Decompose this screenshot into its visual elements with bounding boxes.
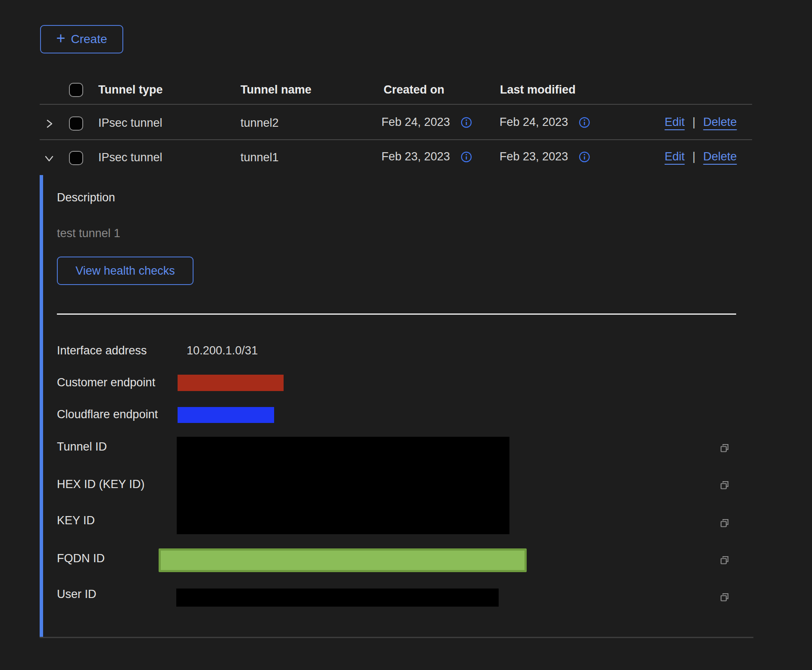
- delete-link[interactable]: Delete: [703, 116, 737, 129]
- column-header-tunnel-name: Tunnel name: [240, 83, 312, 97]
- last-modified-cell: Feb 23, 2023: [500, 150, 568, 163]
- copy-icon: [718, 517, 731, 530]
- tunnel-name-cell: tunnel1: [240, 151, 279, 164]
- tunnels-page: + Create Tunnel type Tunnel name Created…: [0, 0, 812, 670]
- section-divider: [57, 313, 736, 315]
- copy-icon: [718, 442, 731, 455]
- redaction-cloudflare-endpoint: [178, 407, 274, 423]
- view-health-checks-button[interactable]: View health checks: [57, 257, 194, 285]
- collapse-row-button[interactable]: [43, 152, 56, 165]
- copy-icon: [718, 554, 731, 567]
- last-modified-cell: Feb 24, 2023: [500, 116, 568, 129]
- field-label-interface-address: Interface address: [57, 344, 147, 357]
- expanded-accent-bar: [40, 175, 43, 637]
- info-icon: [578, 116, 590, 128]
- created-on-info-button[interactable]: [460, 116, 472, 128]
- expand-row-button[interactable]: [43, 117, 56, 130]
- row-checkbox[interactable]: [69, 116, 83, 131]
- edit-link[interactable]: Edit: [665, 150, 685, 163]
- copy-user-id-button[interactable]: [717, 590, 733, 606]
- header-divider: [40, 104, 752, 105]
- column-header-created-on: Created on: [384, 83, 444, 97]
- description-label: Description: [57, 191, 115, 204]
- field-label-key-id: KEY ID: [57, 514, 95, 527]
- field-label-user-id: User ID: [57, 588, 97, 601]
- created-on-cell: Feb 24, 2023: [381, 116, 450, 129]
- last-modified-info-button[interactable]: [578, 116, 590, 128]
- action-separator: |: [693, 150, 696, 163]
- field-value-interface-address: 10.200.1.0/31: [187, 344, 258, 357]
- redaction-fqdn-id: [159, 548, 527, 572]
- tunnel-name-cell: tunnel2: [240, 116, 279, 130]
- info-icon: [460, 116, 472, 128]
- redaction-customer-endpoint: [178, 375, 284, 391]
- tunnel-type-cell: IPsec tunnel: [98, 151, 162, 164]
- field-label-tunnel-id: Tunnel ID: [57, 440, 107, 454]
- column-header-tunnel-type: Tunnel type: [98, 83, 163, 97]
- copy-key-id-button[interactable]: [717, 516, 733, 532]
- copy-fqdn-id-button[interactable]: [717, 553, 733, 569]
- plus-icon: +: [56, 31, 65, 46]
- row-checkbox[interactable]: [69, 151, 83, 165]
- copy-icon: [718, 591, 731, 604]
- chevron-right-icon: [43, 117, 56, 130]
- table-bottom-divider: [40, 637, 753, 638]
- description-value: test tunnel 1: [57, 227, 120, 240]
- tunnel-type-cell: IPsec tunnel: [98, 116, 162, 130]
- field-label-fqdn-id: FQDN ID: [57, 552, 105, 565]
- last-modified-info-button[interactable]: [578, 151, 590, 163]
- created-on-cell: Feb 23, 2023: [381, 150, 450, 163]
- row-divider: [40, 139, 752, 140]
- delete-link[interactable]: Delete: [703, 150, 737, 163]
- field-label-customer-endpoint: Customer endpoint: [57, 376, 155, 389]
- redaction-user-id: [176, 589, 499, 607]
- info-icon: [578, 151, 590, 163]
- create-button[interactable]: + Create: [40, 25, 123, 53]
- column-header-last-modified: Last modified: [500, 83, 576, 97]
- created-on-info-button[interactable]: [460, 151, 472, 163]
- create-button-label: Create: [71, 32, 107, 46]
- copy-tunnel-id-button[interactable]: [717, 441, 733, 457]
- select-all-checkbox[interactable]: [69, 83, 83, 97]
- copy-icon: [718, 479, 731, 492]
- copy-hex-id-button[interactable]: [717, 478, 733, 494]
- field-label-cloudflare-endpoint: Cloudflare endpoint: [57, 408, 158, 421]
- info-icon: [460, 151, 472, 163]
- redaction-id-block: [177, 437, 509, 534]
- chevron-down-icon: [43, 152, 56, 165]
- field-label-hex-id: HEX ID (KEY ID): [57, 478, 145, 491]
- action-separator: |: [693, 116, 696, 129]
- edit-link[interactable]: Edit: [665, 116, 685, 129]
